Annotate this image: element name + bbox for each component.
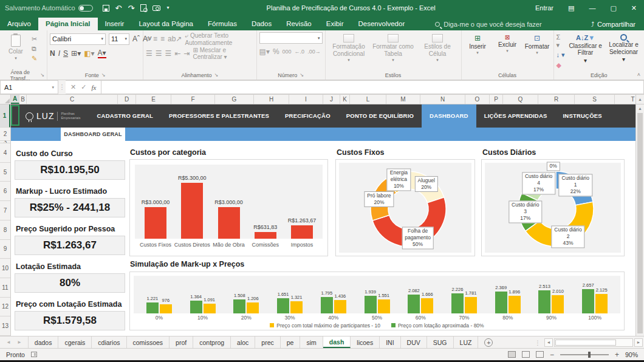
row-header-2[interactable]: 2 bbox=[0, 128, 10, 141]
sort-filter-button[interactable]: A↓Z▼ Classificar e Filtrar▾ bbox=[567, 32, 603, 64]
vertical-scroll-thumb[interactable] bbox=[637, 113, 643, 333]
column-header-o[interactable]: O bbox=[465, 95, 490, 104]
decrease-indent-icon[interactable]: ⇤ bbox=[174, 49, 180, 58]
comma-style-icon[interactable]: 000 bbox=[283, 49, 292, 55]
bold-button[interactable]: N bbox=[50, 49, 55, 58]
borders-icon[interactable]: ⊞▾ bbox=[71, 49, 81, 58]
delete-cells-button[interactable]: ⊠ Excluir▾ bbox=[494, 32, 521, 53]
sheet-tab-dash[interactable]: dash bbox=[323, 336, 351, 348]
insert-function-icon[interactable]: fx bbox=[91, 84, 96, 91]
insert-cells-button[interactable]: ⊞ Inserir▾ bbox=[464, 32, 492, 55]
page-layout-view-icon[interactable] bbox=[522, 351, 530, 358]
column-header-n[interactable]: N bbox=[420, 95, 465, 104]
sheet-nav-left-icon[interactable]: ◄ bbox=[6, 340, 11, 345]
sheet-tab-prec[interactable]: prec bbox=[255, 336, 280, 348]
zoom-slider-thumb[interactable] bbox=[588, 352, 591, 358]
copy-icon[interactable]: ⧉ bbox=[32, 45, 37, 53]
sheet-tab-luz[interactable]: LUZ bbox=[454, 336, 479, 348]
sheet-tab-dados[interactable]: dados bbox=[29, 336, 59, 348]
align-top-icon[interactable]: ≡ bbox=[146, 35, 150, 43]
horizontal-scroll-thumb[interactable] bbox=[555, 340, 616, 346]
column-header-s[interactable]: S bbox=[575, 95, 615, 104]
paste-button[interactable]: Colar▾ bbox=[2, 32, 29, 61]
menu-tab-exibir[interactable]: Exibir bbox=[319, 18, 351, 30]
redo-icon[interactable]: ↷ bbox=[128, 4, 134, 12]
align-left-icon[interactable]: ☰ bbox=[146, 49, 152, 58]
hscroll-left-icon[interactable]: ◄ bbox=[544, 338, 553, 347]
column-header-f[interactable]: F bbox=[171, 95, 215, 104]
hscroll-right-icon[interactable]: ► bbox=[634, 338, 643, 347]
underline-button[interactable]: S bbox=[63, 49, 68, 58]
number-dialog-launcher-icon[interactable]: ↘ bbox=[300, 72, 304, 78]
fill-color-icon[interactable]: ◧▾ bbox=[84, 49, 94, 58]
font-name-select[interactable]: Calibri▾ bbox=[50, 33, 106, 45]
select-all-corner[interactable] bbox=[0, 95, 11, 104]
chart-simulacao-markup[interactable]: 1.2219761.3641.0911.5081.2061.6511.3211.… bbox=[129, 272, 625, 330]
sheet-nav-right-icon[interactable]: ► bbox=[17, 340, 22, 345]
chart-custos-fixos[interactable]: Aluguel 20%Folha de pagamento 50%Pró lab… bbox=[335, 159, 475, 256]
minimize-icon[interactable]: — bbox=[581, 0, 603, 16]
font-color-icon[interactable]: A▾ bbox=[98, 49, 106, 58]
nav-tab-instrucoes[interactable]: INSTRUÇÕES bbox=[555, 104, 610, 128]
decrease-decimal-icon[interactable]: .00→ bbox=[307, 49, 321, 55]
chart-custos-diarios[interactable]: Custo diário 1 22%Custo diário 2 43%Cust… bbox=[481, 159, 625, 256]
column-header-e[interactable]: E bbox=[136, 95, 171, 104]
save-icon[interactable] bbox=[103, 5, 109, 12]
name-box[interactable]: A1▾ bbox=[0, 80, 58, 94]
row-header-6[interactable]: 6 bbox=[0, 182, 10, 201]
row-header-7[interactable]: 7 bbox=[0, 201, 10, 220]
zoom-out-icon[interactable]: − bbox=[550, 350, 554, 359]
clipboard-dialog-launcher-icon[interactable]: ↘ bbox=[40, 72, 44, 78]
restore-icon[interactable]: ▢ bbox=[603, 0, 623, 16]
column-header-j[interactable]: J bbox=[323, 95, 340, 104]
sheet-tab-ini[interactable]: INI bbox=[380, 336, 400, 348]
zoom-slider[interactable] bbox=[560, 354, 609, 355]
align-middle-icon[interactable]: ≡ bbox=[153, 35, 157, 43]
autosave-control[interactable]: Salvamento Automático bbox=[0, 4, 98, 12]
nav-tab-licoes-aprendidas[interactable]: LIÇÕES APRENDIDAS bbox=[476, 104, 555, 128]
sheet-tab-comissoes[interactable]: comissoes bbox=[127, 336, 170, 348]
sheet-tab-sim[interactable]: sim bbox=[300, 336, 323, 348]
row-header-5[interactable]: 5 bbox=[0, 163, 10, 182]
chart-custos-por-categoria[interactable]: R$3.000,00R$5.300,00R$3.000,00R$631,83R$… bbox=[129, 159, 328, 256]
row-header-4[interactable]: 4 bbox=[0, 143, 10, 163]
menu-tab-inserir[interactable]: Inserir bbox=[98, 18, 132, 30]
column-header-q[interactable]: Q bbox=[503, 95, 538, 104]
cut-icon[interactable]: ✂ bbox=[32, 35, 37, 43]
close-icon[interactable]: ✕ bbox=[624, 0, 644, 16]
autosave-toggle-icon[interactable] bbox=[78, 5, 93, 12]
row-header-1[interactable]: 1 bbox=[0, 104, 10, 128]
wrap-text-button[interactable]: ⤶ Quebrar Texto Automaticamente bbox=[185, 32, 254, 46]
zoom-in-icon[interactable]: + bbox=[615, 350, 619, 359]
column-header-b[interactable]: B bbox=[19, 95, 27, 104]
column-header-g[interactable]: G bbox=[215, 95, 254, 104]
normal-view-icon[interactable] bbox=[508, 351, 516, 358]
column-header-a[interactable]: A bbox=[11, 95, 19, 104]
column-header-h[interactable]: H bbox=[254, 95, 289, 104]
nav-tab-ponto-de-equilibrio[interactable]: PONTO DE EQUILÍBRIO bbox=[338, 104, 422, 128]
scroll-up-icon[interactable]: ▲ bbox=[636, 104, 644, 112]
scroll-up-icon[interactable]: ▲ bbox=[635, 95, 644, 104]
font-dialog-launcher-icon[interactable]: ↘ bbox=[101, 72, 106, 78]
ribbon-display-options-icon[interactable]: ▤ bbox=[561, 0, 581, 16]
vertical-scrollbar[interactable]: ▲ bbox=[635, 104, 644, 336]
row-header-11[interactable]: 11 bbox=[0, 278, 10, 298]
row-header-13[interactable]: 13 bbox=[0, 316, 10, 336]
sheet-tab-cgerais[interactable]: cgerais bbox=[58, 336, 92, 348]
sheet-tab-licoes[interactable]: licoes bbox=[351, 336, 380, 348]
menu-tab-pagina-inicial[interactable]: Página Inicial bbox=[38, 18, 98, 30]
grow-font-icon[interactable]: Aˆ bbox=[132, 35, 140, 43]
nav-tab-precificacao[interactable]: PRECIFICAÇÃO bbox=[277, 104, 338, 128]
selected-cell-a1[interactable] bbox=[11, 105, 19, 126]
undo-icon[interactable]: ↶ bbox=[115, 4, 122, 12]
row-header-9[interactable]: 9 bbox=[0, 240, 10, 259]
column-header-l[interactable]: L bbox=[350, 95, 386, 104]
column-header-i[interactable]: I bbox=[289, 95, 323, 104]
sheet-tab-contprog[interactable]: contprog bbox=[193, 336, 231, 348]
new-sheet-icon[interactable]: + bbox=[484, 338, 493, 347]
formula-input[interactable] bbox=[101, 80, 644, 94]
cancel-icon[interactable]: ✕ bbox=[70, 83, 76, 91]
font-size-select[interactable]: 11▾ bbox=[109, 33, 129, 45]
column-header-r[interactable]: R bbox=[538, 95, 575, 104]
sign-in-button[interactable]: Entrar bbox=[528, 0, 561, 16]
